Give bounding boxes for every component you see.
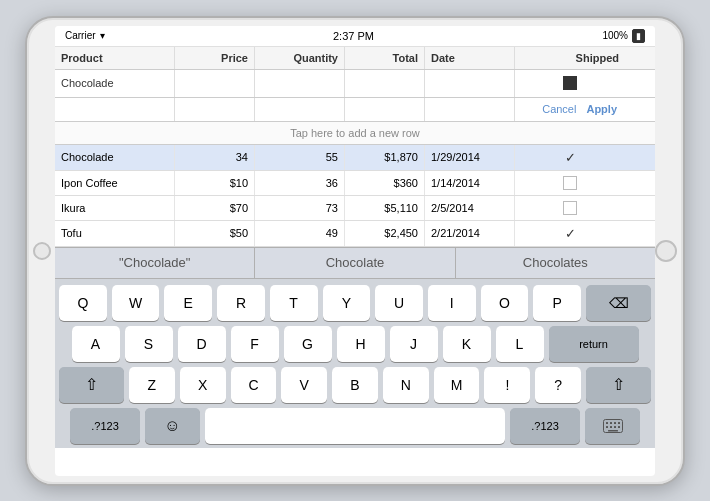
time-label: 2:37 PM [333,30,374,42]
action-empty-5 [425,98,515,121]
add-new-row[interactable]: Tap here to add a new row [55,122,655,145]
svg-rect-6 [610,426,612,428]
key-f[interactable]: F [231,326,279,362]
quantity-input[interactable] [261,77,338,89]
numbers-left-key[interactable]: .?123 [70,408,140,444]
table-row[interactable]: Chocolade 34 55 $1,870 1/29/2014 ✓ [55,145,655,171]
product-input[interactable] [61,77,168,89]
key-u[interactable]: U [375,285,423,321]
key-x[interactable]: X [180,367,226,403]
edit-quantity-cell[interactable] [255,70,345,97]
edit-product-cell[interactable] [55,70,175,97]
row3-product: Ikura [55,196,175,220]
key-row-1: Q W E R T Y U I O P ⌫ [59,285,651,321]
battery-icon: ▮ [632,29,645,43]
svg-rect-5 [606,426,608,428]
table-row[interactable]: Ikura $70 73 $5,110 2/5/2014 [55,196,655,221]
key-b[interactable]: B [332,367,378,403]
row4-price: $50 [175,221,255,246]
svg-rect-2 [610,422,612,424]
col-price: Price [175,47,255,69]
space-key[interactable] [205,408,505,444]
row4-product: Tofu [55,221,175,246]
key-a[interactable]: A [72,326,120,362]
key-d[interactable]: D [178,326,226,362]
key-question[interactable]: ? [535,367,581,403]
backspace-key[interactable]: ⌫ [586,285,651,321]
svg-rect-9 [608,430,618,432]
key-l[interactable]: L [496,326,544,362]
shift-right-key[interactable]: ⇧ [586,367,651,403]
cancel-apply-cell: Cancel Apply [515,98,625,121]
shift-left-key[interactable]: ⇧ [59,367,124,403]
edit-price-cell[interactable] [175,70,255,97]
table-header: Product Price Quantity Total Date Shippe… [55,47,655,70]
autocomplete-item-3[interactable]: Chocolates [456,248,655,278]
key-g[interactable]: G [284,326,332,362]
edit-shipped-cell[interactable] [515,70,625,97]
action-empty-4 [345,98,425,121]
key-p[interactable]: P [533,285,581,321]
date-input[interactable] [431,77,508,89]
ipad-frame: Carrier ▾ 2:37 PM 100% ▮ Product Price Q… [25,16,685,486]
key-m[interactable]: M [434,367,480,403]
col-quantity: Quantity [255,47,345,69]
apply-button[interactable]: Apply [586,103,617,115]
key-i[interactable]: I [428,285,476,321]
cancel-button[interactable]: Cancel [542,103,576,115]
key-e[interactable]: E [164,285,212,321]
row3-quantity: 73 [255,196,345,220]
key-exclaim[interactable]: ! [484,367,530,403]
row1-price: 34 [175,145,255,170]
row2-total: $360 [345,171,425,195]
row1-shipped: ✓ [515,145,625,170]
keyboard-icon-key[interactable] [585,408,640,444]
row4-shipped: ✓ [515,221,625,246]
svg-rect-1 [606,422,608,424]
carrier-label: Carrier [65,30,96,41]
home-button-left[interactable] [33,242,51,260]
table-row[interactable]: Ipon Coffee $10 36 $360 1/14/2014 [55,171,655,196]
key-s[interactable]: S [125,326,173,362]
key-y[interactable]: Y [323,285,371,321]
total-input[interactable] [351,77,418,89]
table-row[interactable]: Tofu $50 49 $2,450 2/21/2014 ✓ [55,221,655,247]
wifi-icon: ▾ [100,30,105,41]
emoji-key[interactable]: ☺ [145,408,200,444]
shipped-checkbox[interactable] [563,76,577,90]
key-v[interactable]: V [281,367,327,403]
numbers-right-key[interactable]: .?123 [510,408,580,444]
key-z[interactable]: Z [129,367,175,403]
home-button-right[interactable] [655,240,677,262]
key-k[interactable]: K [443,326,491,362]
battery-percent: 100% [602,30,628,41]
status-bar: Carrier ▾ 2:37 PM 100% ▮ [55,26,655,47]
keyboard: Q W E R T Y U I O P ⌫ A S D F G H J [55,279,655,448]
edit-total-cell[interactable] [345,70,425,97]
edit-date-cell[interactable] [425,70,515,97]
key-q[interactable]: Q [59,285,107,321]
autocomplete-bar: "Chocolade" Chocolate Chocolates [55,247,655,279]
status-left: Carrier ▾ [65,30,105,41]
svg-rect-4 [618,422,620,424]
key-h[interactable]: H [337,326,385,362]
key-n[interactable]: N [383,367,429,403]
empty-checkbox-2 [563,201,577,215]
svg-rect-8 [618,426,620,428]
return-key[interactable]: return [549,326,639,362]
key-w[interactable]: W [112,285,160,321]
action-empty-1 [55,98,175,121]
edit-row [55,70,655,98]
status-right: 100% ▮ [602,29,645,43]
col-date: Date [425,47,515,69]
key-row-3: ⇧ Z X C V B N M ! ? ⇧ [59,367,651,403]
key-t[interactable]: T [270,285,318,321]
autocomplete-item-2[interactable]: Chocolate [255,248,455,278]
row3-price: $70 [175,196,255,220]
key-o[interactable]: O [481,285,529,321]
key-c[interactable]: C [231,367,277,403]
price-input[interactable] [181,77,248,89]
key-j[interactable]: J [390,326,438,362]
autocomplete-item-1[interactable]: "Chocolade" [55,248,255,278]
key-r[interactable]: R [217,285,265,321]
